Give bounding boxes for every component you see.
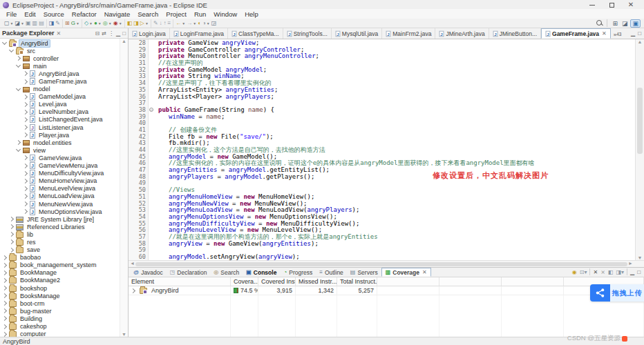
dropdown-caret-icon[interactable]: ▼	[10, 21, 14, 26]
open-perspective-button[interactable]: ⊞	[611, 19, 619, 28]
chevron-right-icon[interactable]	[23, 117, 28, 122]
chevron-right-icon[interactable]	[2, 316, 7, 321]
maximize-view-icon[interactable]: □	[638, 30, 641, 37]
chevron-right-icon[interactable]	[23, 155, 28, 160]
tree-item[interactable]: baobao	[0, 254, 120, 262]
menu-refactor[interactable]: Refactor	[68, 10, 100, 19]
tree-item[interactable]: bug-master	[0, 307, 120, 315]
chevron-right-icon[interactable]	[2, 286, 7, 290]
chevron-right-icon[interactable]	[131, 288, 135, 293]
save-button[interactable]: ▣	[25, 19, 32, 28]
panel-tab-console[interactable]: ▣Console	[243, 268, 280, 277]
chevron-right-icon[interactable]	[23, 194, 28, 199]
chevron-right-icon[interactable]	[23, 209, 28, 214]
menu-search[interactable]: Search	[134, 10, 162, 19]
chevron-right-icon[interactable]	[23, 95, 28, 99]
editor-tab[interactable]: JMysqlUtil.java	[332, 28, 382, 39]
line-number[interactable]: 60	[129, 254, 146, 260]
dropdown-caret-icon[interactable]: ▼	[145, 21, 149, 26]
scrollbar-thumb[interactable]	[637, 88, 643, 154]
editor-presentation-button[interactable]: ◲	[211, 19, 218, 28]
tree-item[interactable]: JMenuDifficultyView.java	[0, 170, 120, 177]
minimize-view-button[interactable]: ▁	[630, 269, 634, 275]
chevron-right-icon[interactable]	[23, 186, 28, 191]
chevron-right-icon[interactable]	[16, 56, 21, 61]
tree-item[interactable]: book_management_system	[0, 262, 120, 269]
chevron-right-icon[interactable]	[23, 132, 28, 137]
chevron-right-icon[interactable]	[9, 217, 14, 221]
open-type-button[interactable]: G▼	[70, 19, 80, 28]
tree-item[interactable]: JGameView.java	[0, 154, 120, 161]
collapse-all-icon[interactable]: ⊟	[95, 30, 100, 37]
dropdown-caret-icon[interactable]: ▼	[207, 21, 210, 26]
column-header-element[interactable]: Element	[129, 277, 231, 286]
open-console-button[interactable]: ◨	[48, 19, 55, 28]
panel-tab-servers[interactable]: ▤Servers	[347, 268, 381, 277]
tree-item[interactable]: JRE System Library [jre]	[0, 215, 120, 223]
tree-item[interactable]: AngryBird	[0, 39, 120, 47]
chevron-down-icon[interactable]	[9, 48, 14, 52]
collapse-fold-icon[interactable]: −	[149, 108, 153, 112]
tree-item[interactable]: JLevelNumber.java	[0, 108, 120, 116]
tree-item[interactable]: Building	[0, 315, 120, 322]
tree-item[interactable]: JGameViewMenu.java	[0, 162, 120, 170]
tree-item[interactable]: JMenuHomeView.java	[0, 177, 120, 185]
editor-overflow-button[interactable]: »43	[612, 31, 623, 39]
chevron-right-icon[interactable]	[2, 255, 7, 260]
debug-button[interactable]: ◇▼	[84, 19, 93, 28]
snippet-button[interactable]: ✎	[55, 19, 61, 28]
last-edit-location-button[interactable]: ≡	[167, 19, 172, 28]
maximize-view-icon[interactable]: □	[122, 30, 126, 37]
scroll-left-icon[interactable]: ◄	[130, 261, 135, 266]
menu-file[interactable]: File	[3, 10, 20, 19]
remove-all-sessions-button[interactable]: ⨯	[600, 269, 605, 275]
editor-vertical-scrollbar[interactable]: ▲ ▼	[635, 39, 644, 260]
tree-item[interactable]: JGameFrame.java	[0, 77, 120, 85]
remove-session-button[interactable]: ✕	[593, 269, 598, 275]
chevron-right-icon[interactable]	[23, 125, 28, 130]
maximize-window-button[interactable]	[607, 1, 616, 8]
new-java-project-button[interactable]: ⊞	[64, 19, 70, 28]
chevron-right-icon[interactable]	[2, 308, 7, 313]
search-icon[interactable]	[596, 19, 603, 27]
export-session-button[interactable]: ◨▾	[616, 269, 624, 275]
menu-help[interactable]: Help	[241, 10, 262, 19]
dropdown-caret-icon[interactable]: ▼	[89, 21, 93, 26]
java-perspective-button[interactable]: ▣	[630, 19, 641, 28]
tree-item[interactable]: model	[0, 86, 120, 93]
new-java-element-button[interactable]: ◪▼	[15, 19, 26, 28]
chevron-down-icon[interactable]	[16, 86, 21, 91]
profile-button[interactable]: ◉▼	[113, 19, 123, 28]
chevron-right-icon[interactable]	[2, 301, 7, 306]
chevron-right-icon[interactable]	[23, 79, 28, 83]
tree-item[interactable]: boot-crm	[0, 299, 120, 307]
close-tab-icon[interactable]: ✕	[602, 30, 607, 37]
editor-tab[interactable]: JJMineButton...	[489, 28, 541, 39]
chevron-right-icon[interactable]	[23, 110, 28, 115]
table-row[interactable]: AngryBird74.5 %3,9151,3425,257	[129, 286, 644, 295]
chevron-down-icon[interactable]	[16, 147, 21, 152]
tree-item[interactable]: src	[0, 47, 120, 55]
chevron-right-icon[interactable]	[2, 263, 7, 268]
tree-item[interactable]: model.entities	[0, 139, 120, 146]
scroll-right-icon[interactable]: ►	[628, 261, 633, 266]
tree-item[interactable]: JListChangedEvent.java	[0, 116, 120, 124]
tree-item[interactable]: JListListener.java	[0, 124, 120, 131]
new-wizard-button[interactable]: ▢▼	[3, 19, 15, 28]
chevron-right-icon[interactable]	[9, 232, 14, 237]
mark-occurrences-button[interactable]: ✎	[153, 19, 159, 28]
chevron-right-icon[interactable]	[23, 179, 28, 184]
column-header-1[interactable]: Covera...	[231, 277, 258, 286]
external-tools-button[interactable]: ▷▼	[140, 19, 149, 28]
scroll-down-icon[interactable]: ▼	[122, 332, 126, 337]
tree-item[interactable]: JPlayer.java	[0, 131, 120, 139]
relaunch-coverage-session-button[interactable]: ◉	[572, 269, 577, 275]
tree-item[interactable]: JMenuLevelView.java	[0, 185, 120, 193]
tree-item[interactable]: bookshop	[0, 284, 120, 292]
editor-horizontal-scrollbar[interactable]: ◄ ►	[129, 260, 644, 267]
chevron-right-icon[interactable]	[2, 332, 7, 337]
save-all-button[interactable]: ▥	[32, 19, 39, 28]
chevron-right-icon[interactable]	[9, 248, 14, 253]
scroll-up-icon[interactable]: ▲	[636, 39, 644, 44]
editor-tab[interactable]: JLogin.java	[129, 28, 170, 39]
